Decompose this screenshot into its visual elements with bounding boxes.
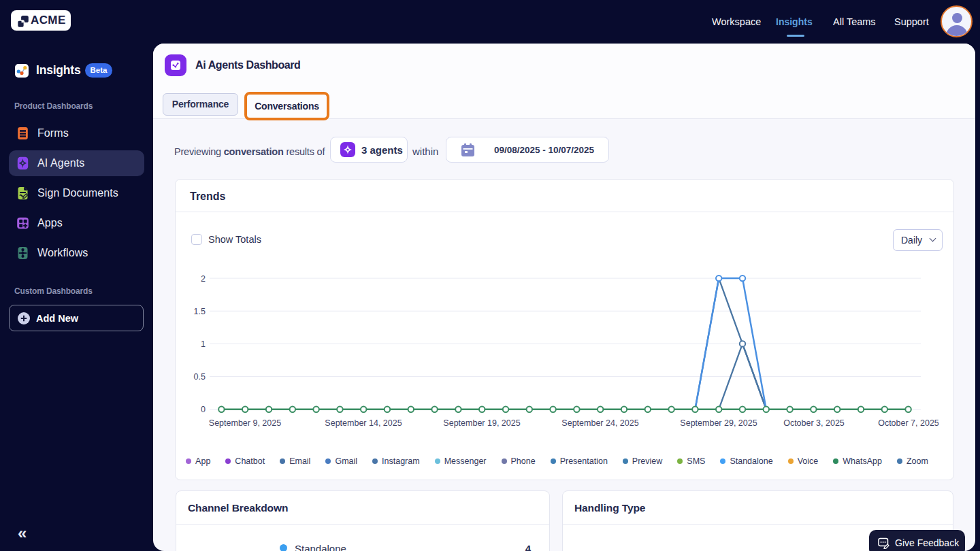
svg-text:0: 0 <box>201 405 206 414</box>
svg-text:September 24, 2025: September 24, 2025 <box>561 418 638 428</box>
svg-text:October 7, 2025: October 7, 2025 <box>878 418 939 428</box>
svg-text:September 29, 2025: September 29, 2025 <box>680 418 757 428</box>
svg-text:September 19, 2025: September 19, 2025 <box>443 418 520 428</box>
svg-text:0.5: 0.5 <box>194 372 206 382</box>
svg-text:1: 1 <box>201 339 206 349</box>
svg-text:September 9, 2025: September 9, 2025 <box>209 418 281 428</box>
svg-text:1.5: 1.5 <box>194 307 206 316</box>
svg-text:2: 2 <box>201 274 206 284</box>
svg-text:September 14, 2025: September 14, 2025 <box>325 418 402 428</box>
svg-text:October 3, 2025: October 3, 2025 <box>783 418 845 428</box>
